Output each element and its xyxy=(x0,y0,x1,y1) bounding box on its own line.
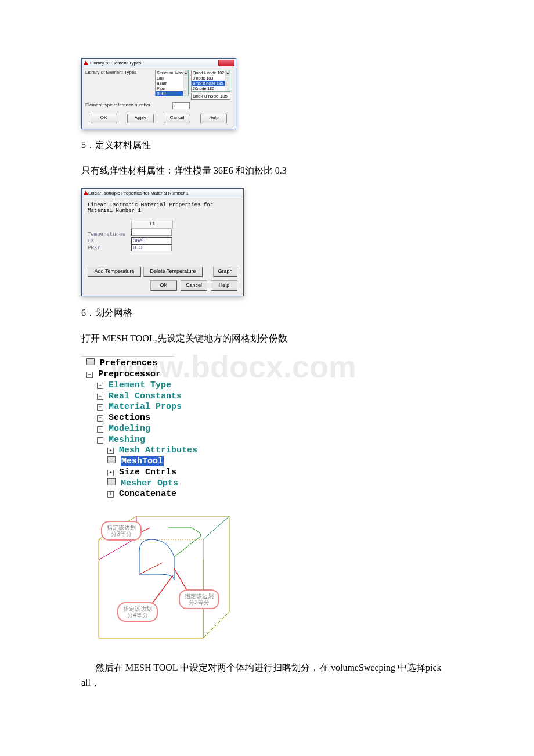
cancel-button[interactable]: Cancel xyxy=(181,280,207,291)
dialog-title: Library of Element Types xyxy=(90,60,141,66)
library-element-types-dialog: Library of Element Types Library of Elem… xyxy=(81,58,236,129)
row-label: PRXY xyxy=(88,245,131,251)
tree-meshtool[interactable]: MeshTool xyxy=(121,456,164,466)
collapse-icon[interactable]: − xyxy=(97,437,103,444)
expand-icon[interactable]: + xyxy=(97,394,103,400)
library-label: Library of Element Types xyxy=(85,70,155,75)
expand-icon[interactable]: + xyxy=(97,383,103,389)
preferences-icon xyxy=(86,358,95,365)
tree-preferences[interactable]: Preferences xyxy=(100,358,157,368)
help-button[interactable]: Help xyxy=(211,280,237,291)
temperature-input[interactable] xyxy=(131,229,172,236)
svg-marker-0 xyxy=(84,60,88,65)
add-temperature-button[interactable]: Add Temperature xyxy=(88,267,141,277)
callout-edge-3b: 指定该边划分3等分 xyxy=(179,589,219,609)
ansys-logo-icon xyxy=(84,60,88,65)
tool-icon xyxy=(107,456,116,463)
preprocessor-tree: Preferences − Preprocessor + Element Typ… xyxy=(81,356,453,500)
ex-input[interactable]: 36e6 xyxy=(131,237,172,244)
apply-button[interactable]: Apply xyxy=(127,114,154,123)
prxy-input[interactable]: 0.3 xyxy=(131,244,172,251)
dialog-titlebar: Linear Isotropic Properties for Material… xyxy=(82,189,243,197)
graph-button[interactable]: Graph xyxy=(213,267,237,277)
dialog-titlebar: Library of Element Types xyxy=(82,59,236,67)
tool-icon xyxy=(107,478,116,485)
close-icon[interactable] xyxy=(218,60,234,66)
callout-edge-3a: 指定该边划分3等分 xyxy=(101,521,142,541)
selected-element-display: Brick 8 node 185 xyxy=(191,93,230,100)
tree-element-type[interactable]: Element Type xyxy=(109,380,171,390)
ref-number-label: Element type reference number xyxy=(85,102,172,107)
ansys-logo-icon xyxy=(84,190,88,195)
tree-concatenate[interactable]: Concatenate xyxy=(119,489,176,499)
tree-sections[interactable]: Sections xyxy=(109,413,150,423)
expand-icon[interactable]: + xyxy=(97,404,103,411)
category-listbox[interactable]: Structural Mass Link Beam Pipe Solid She… xyxy=(155,70,189,96)
svg-line-3 xyxy=(203,516,229,539)
expand-icon[interactable]: + xyxy=(107,448,114,454)
expand-icon[interactable]: + xyxy=(97,426,103,433)
section-5-body: 只有线弹性材料属性：弹性模量 36E6 和泊松比 0.3 xyxy=(81,163,453,178)
expand-icon[interactable]: + xyxy=(107,491,114,498)
row-label: Temperatures xyxy=(88,232,131,237)
section-5-title: 5．定义材料属性 xyxy=(81,138,453,153)
dialog-heading: Linear Isotropic Material Properties for… xyxy=(88,202,237,214)
tree-modeling[interactable]: Modeling xyxy=(109,424,150,434)
tree-real-constants[interactable]: Real Constants xyxy=(109,391,182,401)
isotropic-properties-dialog: Linear Isotropic Properties for Material… xyxy=(81,188,244,296)
help-button[interactable]: Help xyxy=(200,114,227,123)
tree-mesher-opts[interactable]: Mesher Opts xyxy=(121,478,178,488)
delete-temperature-button[interactable]: Delete Temperature xyxy=(143,267,203,277)
ref-number-input[interactable] xyxy=(172,102,190,109)
collapse-icon[interactable]: − xyxy=(86,372,93,378)
section-6-title: 6．划分网格 xyxy=(81,305,453,321)
callout-edge-4: 指定该边划分4等分 xyxy=(117,602,158,622)
tree-mesh-attributes[interactable]: Mesh Attributes xyxy=(119,445,197,455)
section-6-body: 打开 MESH TOOL,先设定关键地方的网格划分份数 xyxy=(81,331,453,346)
svg-marker-1 xyxy=(84,190,88,195)
column-header: T1 xyxy=(131,221,173,229)
closing-paragraph: 然后在 MESH TOOL 中设定对两个体均进行扫略划分，在 volumeSwe… xyxy=(81,660,453,690)
expand-icon[interactable]: + xyxy=(97,415,103,422)
list-item[interactable]: concret 65 xyxy=(192,91,230,92)
tree-meshing[interactable]: Meshing xyxy=(109,435,145,445)
dialog-title: Linear Isotropic Properties for Material… xyxy=(88,190,189,196)
mesh-wireframe-diagram: 指定该边划分3等分 指定该边划分4等分 指定该边划分3等分 xyxy=(81,505,237,650)
expand-icon[interactable]: + xyxy=(107,470,114,476)
ok-button[interactable]: OK xyxy=(150,280,177,291)
row-label: EX xyxy=(88,238,131,244)
ok-button[interactable]: OK xyxy=(91,114,117,123)
svg-line-5 xyxy=(139,563,163,574)
cancel-button[interactable]: Cancel xyxy=(164,114,190,123)
tree-preprocessor[interactable]: Preprocessor xyxy=(98,369,161,379)
tree-size-cntrls[interactable]: Size Cntrls xyxy=(119,467,176,477)
tree-material-props[interactable]: Material Props xyxy=(109,402,182,412)
element-listbox[interactable]: Quad 4 node 182 8 node 183 Brick 8 node … xyxy=(191,70,230,92)
